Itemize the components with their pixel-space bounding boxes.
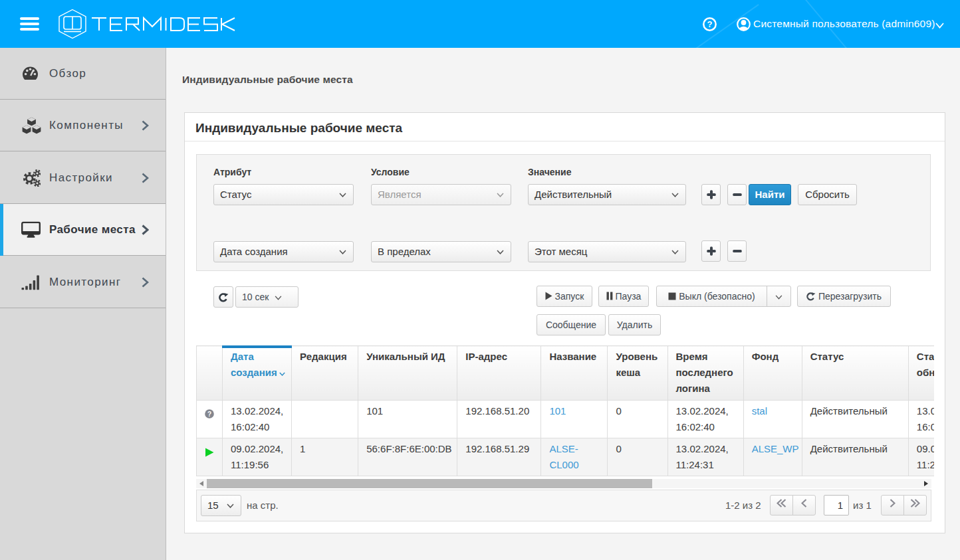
svg-text:?: ? — [707, 19, 713, 29]
svg-text:?: ? — [207, 411, 211, 418]
